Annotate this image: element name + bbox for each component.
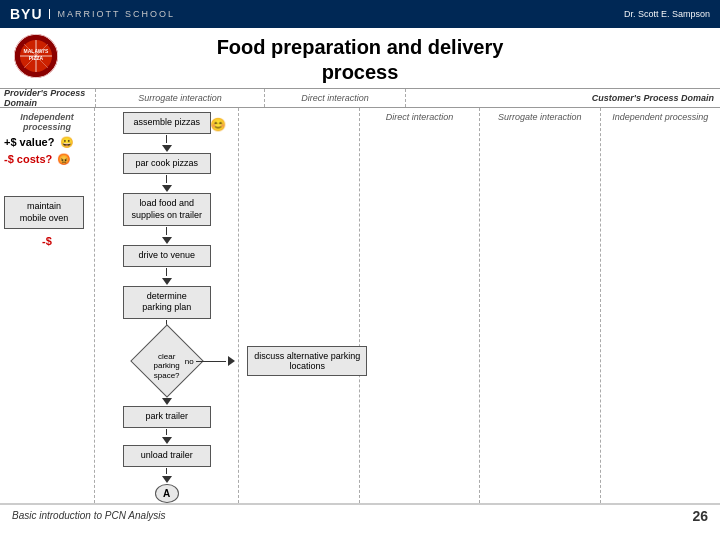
byu-logo: BYU [10, 6, 43, 22]
title-text: Food preparation and delivery process [217, 35, 504, 85]
assemble-pizzas-box: assemble pizzas 😊 [123, 112, 211, 134]
cost-label: -$ costs? 😡 [4, 153, 90, 166]
title-area: MALAWI'S PIZZA Food preparation and deli… [0, 28, 720, 88]
marriott-label: MARRIOTT SCHOOL [49, 9, 175, 19]
footer: Basic introduction to PCN Analysis 26 [0, 504, 720, 526]
customer-domain-label: Customer's Process Domain [405, 89, 720, 107]
footer-text: Basic introduction to PCN Analysis [12, 510, 166, 521]
maintain-box-container: maintain mobile oven [4, 196, 90, 229]
par-cook-box: par cook pizzas [123, 153, 211, 175]
col-direct-right: Direct interaction [360, 108, 480, 503]
col-surrogate-right: Surrogate interaction [480, 108, 600, 503]
col1-header: Independent processing [4, 112, 90, 132]
no-branch: no [185, 356, 235, 366]
col5-header: Surrogate interaction [480, 112, 599, 122]
value-label: +$ value? 😀 [4, 136, 90, 149]
page-title: Food preparation and delivery process [217, 35, 504, 85]
col4-header: Direct interaction [360, 112, 479, 122]
connector-a: A [155, 484, 179, 503]
svg-text:MALAWI'S: MALAWI'S [24, 48, 49, 54]
logo-group: BYU MARRIOTT SCHOOL [10, 6, 175, 22]
park-trailer-box: park trailer [123, 406, 211, 428]
col-direct-left: discuss alternative parking locations [239, 108, 359, 503]
brand-logo: MALAWI'S PIZZA [14, 34, 58, 78]
determine-parking-box: determine parking plan [123, 286, 211, 319]
col6-header: Independent processing [601, 112, 720, 122]
discuss-parking-container: discuss alternative parking locations [247, 346, 350, 376]
col-header-surrogate-left: Surrogate interaction [95, 89, 264, 107]
header-bar: BYU MARRIOTT SCHOOL Dr. Scott E. Sampson [0, 0, 720, 28]
pizza-logo-icon: MALAWI'S PIZZA [14, 34, 58, 78]
col-surrogate-left: assemble pizzas 😊 par cook pizzas load f… [95, 108, 239, 503]
col-provider-independent: Independent processing +$ value? 😀 -$ co… [0, 108, 95, 503]
main-content: Independent processing +$ value? 😀 -$ co… [0, 108, 720, 504]
smiley-icon: 😊 [210, 117, 226, 134]
provider-domain-label: Provider's Process Domain [0, 89, 95, 107]
domain-row: Provider's Process Domain Surrogate inte… [0, 88, 720, 108]
col-customer-independent: Independent processing [601, 108, 720, 503]
minus-dollar: -$ [4, 235, 90, 247]
clear-parking-diamond: clear parking space? no [137, 338, 197, 385]
discuss-parking-box: discuss alternative parking locations [247, 346, 367, 376]
maintain-box: maintain mobile oven [4, 196, 84, 229]
unload-trailer-box: unload trailer [123, 445, 211, 467]
svg-text:PIZZA: PIZZA [29, 55, 44, 61]
page-number: 26 [692, 508, 708, 524]
load-food-box: load food and supplies on trailer [123, 193, 211, 226]
col-header-direct-left: Direct interaction [264, 89, 405, 107]
drive-to-venue-box: drive to venue [123, 245, 211, 267]
dr-name: Dr. Scott E. Sampson [624, 9, 710, 19]
